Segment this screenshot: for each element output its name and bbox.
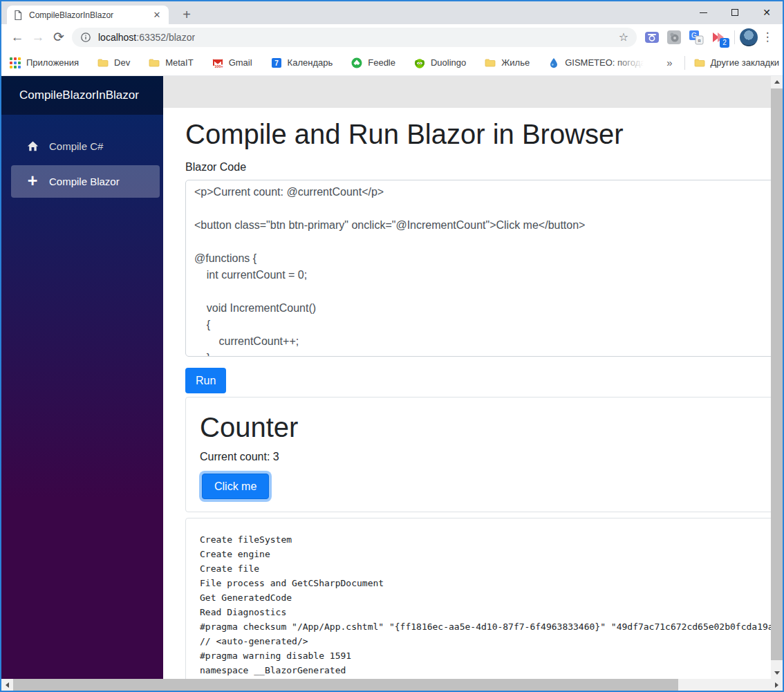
bookmark-label: Приложения (26, 57, 79, 68)
bookmark-folder-metait[interactable]: MetaIT (149, 57, 193, 68)
console-line: #pragma warning disable 1591 (200, 648, 783, 663)
bookmarks-bar: Приложения Dev MetaIT 100+ Gmail 7 Кален… (1, 50, 783, 76)
calendar-icon: 7 (271, 57, 282, 68)
minimize-button[interactable] (687, 1, 719, 24)
click-me-button[interactable]: Click me (202, 474, 269, 499)
url-path: :63352/blazor (136, 32, 195, 43)
bookmarks-divider (684, 56, 685, 70)
gray-extension-icon[interactable] (666, 30, 682, 45)
other-bookmarks-button[interactable]: Другие закладки (694, 57, 780, 68)
console-line: #pragma checksum "/App/App.cshtml" "{ff1… (200, 619, 783, 634)
bookmark-duolingo[interactable]: Duolingo (414, 57, 466, 68)
minimize-icon (700, 12, 707, 13)
console-line: Create fileSystem (200, 532, 783, 547)
bookmark-gmail[interactable]: 100+ Gmail (212, 57, 252, 68)
bookmark-label: Календарь (288, 57, 333, 68)
address-bar[interactable]: localhost:63352/blazor ☆ (72, 28, 637, 47)
gmail-icon: 100+ (212, 57, 223, 68)
app-sidebar: CompileBlazorInBlazor Compile C# + Compi… (1, 76, 163, 679)
bookmark-label: Другие закладки (711, 57, 780, 68)
maximize-button[interactable] (719, 1, 751, 24)
translate-extension-icon[interactable]: Gя (689, 30, 704, 45)
scroll-down-button[interactable] (771, 667, 783, 679)
bookmark-label: MetaIT (165, 57, 193, 68)
bookmark-folder-zhilye[interactable]: Жилье (485, 57, 530, 68)
bookmark-label: Жилье (501, 57, 530, 68)
forward-button[interactable]: → (28, 27, 48, 48)
console-line: File process and GetCSharpDocument (200, 576, 783, 590)
plus-icon: + (25, 174, 40, 189)
water-drop-icon (548, 57, 559, 68)
scroll-right-button[interactable] (771, 679, 783, 691)
bookmarks-right: » Другие закладки (666, 56, 779, 70)
home-icon (25, 140, 40, 153)
url-host: localhost (98, 32, 136, 43)
result-panel: Counter Current count: 3 Click me (185, 397, 783, 512)
folder-icon (694, 57, 705, 68)
maximize-icon (731, 9, 738, 16)
arrow-down-icon (774, 671, 780, 675)
browser-window: CompileBlazorInBlazor ✕ + ✕ ← → ⟳ localh… (0, 0, 784, 692)
arrow-up-icon (774, 80, 780, 84)
tab-close-icon[interactable]: ✕ (151, 9, 163, 21)
scroll-up-button[interactable] (771, 76, 783, 88)
svg-text:7: 7 (274, 59, 279, 67)
vertical-scrollbar[interactable] (771, 76, 783, 679)
svg-text:100+: 100+ (214, 64, 223, 68)
bookmark-label: Gmail (229, 57, 252, 68)
back-button[interactable]: ← (7, 27, 28, 48)
bookmark-gismeteo[interactable]: GISMETEO: погода в (548, 57, 648, 68)
folder-icon (149, 57, 160, 68)
site-info-icon[interactable] (80, 32, 91, 43)
horizontal-scroll-thumb[interactable] (13, 679, 678, 691)
console-line: // <auto-generated/> (200, 634, 783, 648)
bookmark-calendar[interactable]: 7 Календарь (271, 57, 333, 68)
close-button[interactable]: ✕ (751, 1, 783, 24)
sidebar-nav: Compile C# + Compile Blazor (1, 115, 163, 198)
scroll-left-button[interactable] (1, 679, 13, 691)
counter-heading: Counter (200, 412, 783, 443)
app-content: Compile and Run Blazor in Browser Blazor… (163, 76, 783, 679)
folder-icon (97, 57, 109, 68)
screenshot-extension-icon[interactable] (644, 30, 660, 45)
tab-strip: CompileBlazorInBlazor ✕ + ✕ (1, 1, 783, 24)
browser-tab[interactable]: CompileBlazorInBlazor ✕ (7, 6, 169, 24)
console-line: Create engine (200, 547, 783, 561)
current-count-text: Current count: 3 (200, 451, 783, 463)
console-line: Create file (200, 561, 783, 576)
downloader-extension-icon[interactable]: 2 (711, 30, 726, 45)
code-label: Blazor Code (185, 161, 783, 174)
bookmark-label: GISMETEO: погода в (565, 57, 648, 68)
sidebar-item-compile-csharp[interactable]: Compile C# (11, 130, 160, 162)
browser-menu-button[interactable]: ⋮ (758, 30, 777, 44)
bookmark-label: Feedle (368, 57, 395, 68)
app-brand[interactable]: CompileBlazorInBlazor (1, 76, 163, 115)
console-line: Get GeneratedCode (200, 590, 783, 605)
horizontal-scrollbar[interactable] (1, 679, 783, 691)
bookmarks-overflow-button[interactable]: » (666, 57, 672, 68)
blazor-code-input[interactable]: <p>Current count: @currentCount</p> <but… (185, 180, 783, 357)
bookmark-label: Dev (114, 57, 130, 68)
bookmark-label: Duolingo (431, 57, 466, 68)
vertical-scroll-thumb[interactable] (771, 88, 783, 660)
sidebar-item-compile-blazor[interactable]: + Compile Blazor (11, 165, 160, 198)
main-panel: Compile and Run Blazor in Browser Blazor… (163, 108, 783, 679)
reload-button[interactable]: ⟳ (48, 27, 69, 48)
url-text: localhost:63352/blazor (98, 32, 195, 43)
new-tab-button[interactable]: + (177, 7, 196, 24)
browser-toolbar: ← → ⟳ localhost:63352/blazor ☆ Gя 2 (1, 24, 783, 50)
page-title: Compile and Run Blazor in Browser (185, 119, 783, 150)
profile-avatar[interactable] (740, 28, 758, 46)
run-button[interactable]: Run (185, 368, 226, 393)
extensions-area: Gя 2 ⋮ (641, 28, 777, 46)
arrow-right-icon (775, 682, 778, 688)
bookmark-star-icon[interactable]: ☆ (619, 30, 628, 44)
bookmark-folder-dev[interactable]: Dev (97, 57, 130, 68)
console-output-panel: Create fileSystem Create engine Create f… (185, 518, 783, 679)
bookmark-apps[interactable]: Приложения (10, 57, 79, 68)
bookmark-feedly[interactable]: Feedle (351, 57, 395, 68)
extension-badge: 2 (720, 38, 729, 48)
svg-text:я: я (698, 37, 700, 44)
apps-grid-icon (10, 57, 21, 68)
window-controls: ✕ (687, 1, 783, 24)
